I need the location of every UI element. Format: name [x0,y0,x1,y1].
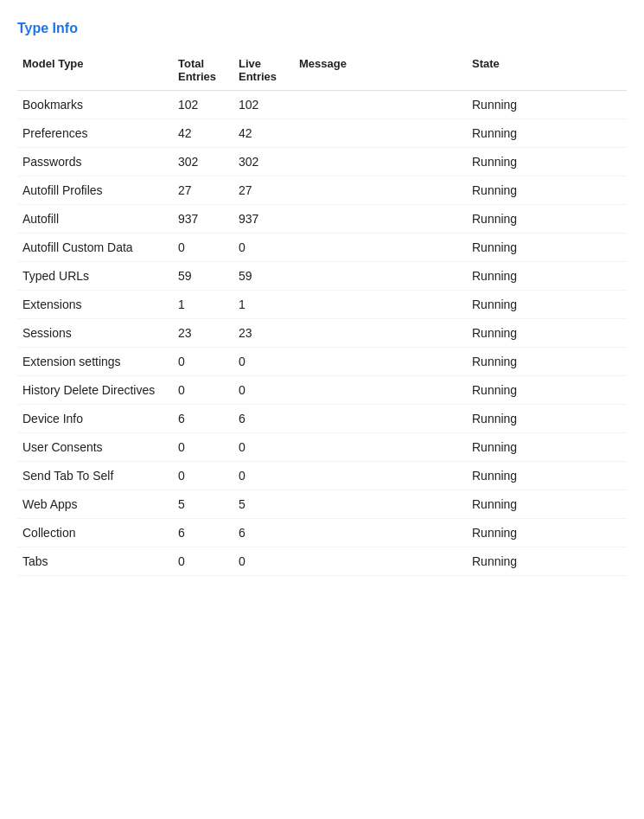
cell-live-entries: 5 [233,490,294,519]
table-row: Bookmarks102102Running [17,91,627,119]
cell-live-entries: 0 [233,234,294,262]
cell-live-entries: 27 [233,176,294,205]
cell-message [294,376,467,405]
cell-state: Running [467,462,627,490]
table-header-row: Model Type Total Entries Live Entries Me… [17,50,627,91]
cell-total-entries: 42 [173,119,233,148]
cell-total-entries: 0 [173,376,233,405]
cell-live-entries: 6 [233,519,294,547]
table-row: Autofill Custom Data00Running [17,234,627,262]
cell-state: Running [467,91,627,119]
cell-model-type: Extension settings [17,348,173,376]
cell-model-type: Collection [17,519,173,547]
cell-total-entries: 1 [173,291,233,319]
cell-total-entries: 0 [173,234,233,262]
table-row: Device Info66Running [17,405,627,433]
cell-total-entries: 5 [173,490,233,519]
cell-total-entries: 0 [173,433,233,462]
section-title: Type Info [17,21,627,36]
cell-message [294,234,467,262]
cell-state: Running [467,205,627,234]
cell-total-entries: 0 [173,462,233,490]
table-row: User Consents00Running [17,433,627,462]
cell-state: Running [467,519,627,547]
cell-message [294,119,467,148]
cell-model-type: Passwords [17,148,173,176]
cell-message [294,490,467,519]
cell-message [294,91,467,119]
cell-live-entries: 302 [233,148,294,176]
cell-model-type: Typed URLs [17,262,173,291]
table-row: Extension settings00Running [17,348,627,376]
cell-message [294,519,467,547]
cell-total-entries: 0 [173,348,233,376]
table-row: Autofill Profiles2727Running [17,176,627,205]
cell-total-entries: 59 [173,262,233,291]
cell-state: Running [467,262,627,291]
cell-message [294,205,467,234]
cell-model-type: History Delete Directives [17,376,173,405]
cell-state: Running [467,319,627,348]
cell-message [294,262,467,291]
cell-live-entries: 937 [233,205,294,234]
cell-state: Running [467,547,627,576]
table-row: Passwords302302Running [17,148,627,176]
cell-message [294,319,467,348]
table-row: Collection66Running [17,519,627,547]
cell-message [294,405,467,433]
cell-live-entries: 6 [233,405,294,433]
cell-message [294,462,467,490]
cell-model-type: Sessions [17,319,173,348]
cell-model-type: Preferences [17,119,173,148]
cell-model-type: Send Tab To Self [17,462,173,490]
cell-model-type: Autofill Custom Data [17,234,173,262]
header-message: Message [294,50,467,91]
cell-state: Running [467,376,627,405]
cell-model-type: Bookmarks [17,91,173,119]
cell-state: Running [467,148,627,176]
cell-live-entries: 59 [233,262,294,291]
cell-message [294,433,467,462]
header-live-entries: Live Entries [233,50,294,91]
header-state: State [467,50,627,91]
table-row: Sessions2323Running [17,319,627,348]
table-row: Send Tab To Self00Running [17,462,627,490]
cell-state: Running [467,291,627,319]
cell-message [294,176,467,205]
cell-live-entries: 23 [233,319,294,348]
cell-model-type: Tabs [17,547,173,576]
cell-model-type: Extensions [17,291,173,319]
cell-live-entries: 0 [233,462,294,490]
cell-model-type: Autofill Profiles [17,176,173,205]
table-row: Typed URLs5959Running [17,262,627,291]
cell-message [294,148,467,176]
header-model-type: Model Type [17,50,173,91]
table-row: History Delete Directives00Running [17,376,627,405]
cell-model-type: Autofill [17,205,173,234]
cell-live-entries: 102 [233,91,294,119]
cell-model-type: Web Apps [17,490,173,519]
cell-message [294,348,467,376]
table-row: Tabs00Running [17,547,627,576]
cell-total-entries: 102 [173,91,233,119]
cell-model-type: User Consents [17,433,173,462]
cell-total-entries: 23 [173,319,233,348]
cell-live-entries: 0 [233,547,294,576]
cell-total-entries: 302 [173,148,233,176]
cell-total-entries: 27 [173,176,233,205]
cell-total-entries: 6 [173,405,233,433]
table-row: Extensions11Running [17,291,627,319]
cell-state: Running [467,490,627,519]
header-total-entries: Total Entries [173,50,233,91]
table-row: Preferences4242Running [17,119,627,148]
cell-state: Running [467,176,627,205]
cell-state: Running [467,348,627,376]
cell-live-entries: 0 [233,376,294,405]
cell-state: Running [467,405,627,433]
cell-live-entries: 0 [233,433,294,462]
cell-live-entries: 1 [233,291,294,319]
table-row: Web Apps55Running [17,490,627,519]
cell-message [294,547,467,576]
table-row: Autofill937937Running [17,205,627,234]
cell-total-entries: 6 [173,519,233,547]
